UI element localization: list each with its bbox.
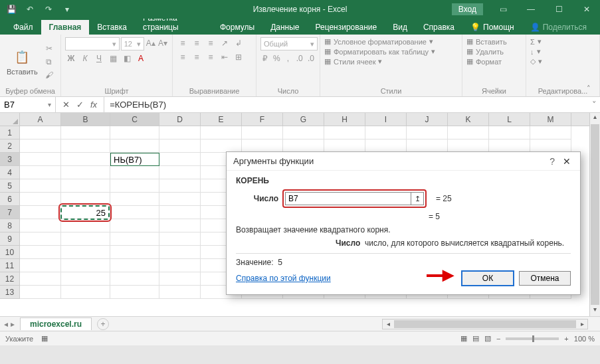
tab-file[interactable]: Файл (5, 20, 41, 35)
format-painter-icon[interactable]: 🖌 (43, 69, 55, 81)
view-pagebreak-icon[interactable]: ▧ (484, 334, 491, 343)
col-header-M[interactable]: M (530, 113, 571, 126)
ribbon-options-icon[interactable]: ▭ (490, 0, 516, 19)
col-header-F[interactable]: F (242, 113, 283, 126)
fx-icon[interactable]: fx (90, 100, 97, 110)
select-all-corner[interactable] (0, 113, 20, 126)
zoom-level[interactable]: 100 % (574, 335, 595, 343)
tab-insert[interactable]: Вставка (89, 20, 135, 35)
conditional-formatting[interactable]: ▦Условное форматирование▾ (324, 37, 458, 46)
font-color-icon[interactable]: A (135, 52, 147, 64)
inc-decimal-icon[interactable]: .0 (295, 52, 304, 64)
border-icon[interactable]: ▦ (107, 52, 119, 64)
tell-me[interactable]: 💡Помощн (462, 20, 522, 35)
formula-input[interactable]: =КОРЕНЬ(B7) (104, 100, 588, 110)
row-header-12[interactable]: 12 (0, 272, 19, 286)
name-box[interactable]: B7▾ (0, 97, 56, 112)
cancel-button[interactable]: Отмена (519, 271, 571, 286)
indent-dec-icon[interactable]: ⇤ (219, 51, 231, 63)
autosum[interactable]: Σ▾ (530, 37, 595, 46)
row-header-13[interactable]: 13 (0, 286, 19, 299)
col-header-B[interactable]: B (61, 113, 110, 126)
enter-formula-icon[interactable]: ✓ (76, 100, 84, 110)
zoom-out-icon[interactable]: − (496, 335, 500, 343)
close-icon[interactable]: ✕ (573, 0, 600, 19)
tab-help[interactable]: Справка (415, 20, 462, 35)
qat-customize-icon[interactable]: ▾ (60, 2, 74, 17)
function-help-link[interactable]: Справка по этой функции (236, 274, 331, 283)
grow-font-icon[interactable]: A▴ (146, 37, 156, 49)
row-header-4[interactable]: 4 (0, 166, 19, 179)
ok-button[interactable]: ОК (462, 271, 514, 286)
number-format-select[interactable]: Общий▾ (260, 37, 318, 50)
save-icon[interactable]: 💾 (4, 2, 19, 17)
col-header-E[interactable]: E (201, 113, 242, 126)
shrink-font-icon[interactable]: A▾ (157, 37, 168, 49)
col-header-C[interactable]: C (110, 113, 159, 126)
row-header-11[interactable]: 11 (0, 259, 19, 272)
bold-button[interactable]: Ж (65, 52, 77, 64)
col-header-I[interactable]: I (365, 113, 407, 126)
dec-decimal-icon[interactable]: .0 (306, 52, 316, 64)
format-as-table[interactable]: ▦Форматировать как таблицу▾ (324, 47, 458, 56)
row-header-10[interactable]: 10 (0, 246, 19, 259)
row-header-5[interactable]: 5 (0, 179, 19, 193)
view-normal-icon[interactable]: ▦ (460, 334, 467, 343)
col-header-J[interactable]: J (407, 113, 448, 126)
cell-B7[interactable]: 25 (60, 205, 110, 220)
maximize-icon[interactable]: ☐ (546, 0, 572, 19)
horizontal-scrollbar[interactable]: ◂▸ (382, 319, 588, 329)
col-header-D[interactable]: D (159, 113, 201, 126)
format-cells[interactable]: ▦Формат (466, 57, 522, 66)
comma-icon[interactable]: , (283, 52, 292, 64)
underline-button[interactable]: Ч (93, 52, 105, 64)
wrap-text-icon[interactable]: ↲ (233, 37, 245, 49)
align-center-icon[interactable]: ≡ (191, 51, 203, 63)
col-header-G[interactable]: G (283, 113, 324, 126)
align-top-icon[interactable]: ≡ (177, 37, 189, 49)
orientation-icon[interactable]: ↗ (219, 37, 231, 49)
row-header-9[interactable]: 9 (0, 232, 19, 246)
cancel-formula-icon[interactable]: ✕ (62, 100, 70, 110)
tab-review[interactable]: Рецензирование (308, 20, 385, 35)
align-left-icon[interactable]: ≡ (177, 51, 189, 63)
col-header-H[interactable]: H (324, 113, 365, 126)
sheet-nav-next-icon[interactable]: ▸ (11, 319, 15, 329)
view-layout-icon[interactable]: ▤ (472, 334, 479, 343)
dialog-close-icon[interactable]: ✕ (560, 156, 573, 167)
italic-button[interactable]: К (79, 52, 91, 64)
fill[interactable]: ↓▾ (530, 47, 595, 56)
sheet-nav-prev-icon[interactable]: ◂ (4, 319, 8, 329)
clear[interactable]: ◇▾ (530, 57, 595, 66)
row-header-1[interactable]: 1 (0, 126, 19, 139)
align-bottom-icon[interactable]: ≡ (205, 37, 217, 49)
row-header-2[interactable]: 2 (0, 139, 19, 153)
tab-home[interactable]: Главная (41, 20, 90, 35)
row-header-8[interactable]: 8 (0, 219, 19, 232)
row-header-3[interactable]: 3 (0, 153, 19, 166)
undo-icon[interactable]: ↶ (23, 2, 37, 17)
vertical-scrollbar[interactable]: ▴▾ (589, 113, 600, 316)
tab-formulas[interactable]: Формулы (212, 20, 262, 35)
add-sheet-button[interactable]: + (97, 318, 109, 330)
col-header-A[interactable]: A (20, 113, 61, 126)
row-header-7[interactable]: 7 (0, 206, 19, 219)
minimize-icon[interactable]: — (518, 0, 544, 19)
collapse-ribbon-icon[interactable]: ˄ (587, 84, 597, 95)
expand-formula-bar-icon[interactable]: ˅ (588, 100, 600, 110)
col-header-K[interactable]: K (448, 113, 489, 126)
tab-data[interactable]: Данные (262, 20, 307, 35)
dialog-help-icon[interactable]: ? (544, 156, 560, 167)
zoom-in-icon[interactable]: + (564, 335, 568, 343)
align-middle-icon[interactable]: ≡ (191, 37, 203, 49)
copy-icon[interactable]: ⧉ (43, 56, 55, 68)
cut-icon[interactable]: ✂ (43, 43, 55, 54)
merge-icon[interactable]: ⊞ (233, 51, 245, 63)
tab-view[interactable]: Вид (385, 20, 415, 35)
col-header-L[interactable]: L (489, 113, 530, 126)
font-size-select[interactable]: 12▾ (121, 37, 144, 50)
macro-record-icon[interactable]: ▦ (41, 334, 48, 343)
sheet-tab[interactable]: microexcel.ru (20, 318, 92, 330)
login-button[interactable]: Вход (452, 3, 483, 15)
cell-C3[interactable]: НЬ(B7) (110, 153, 159, 166)
